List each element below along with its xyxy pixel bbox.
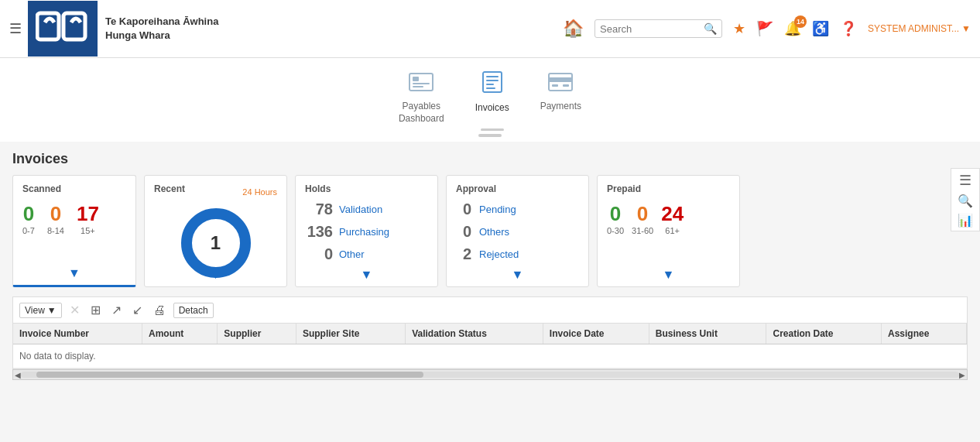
table-header: Invoice Number Amount Supplier Supplier … [13, 324, 967, 344]
help-icon[interactable]: ❓ [840, 20, 857, 37]
search-input[interactable] [600, 23, 701, 35]
holds-card: Holds 78 Validation 136 Purchasing 0 Oth… [295, 175, 438, 287]
approval-rows: 0 Pending 0 Others 2 Rejected [456, 200, 579, 263]
holds-validation-count: 78 [305, 200, 333, 218]
col-creation-date[interactable]: Creation Date [766, 324, 882, 344]
approval-pending-row: 0 Pending [456, 200, 579, 218]
col-amount[interactable]: Amount [142, 324, 217, 344]
accessibility-icon[interactable]: ♿ [812, 20, 829, 37]
holds-validation-row: 78 Validation [305, 200, 428, 218]
holds-other-count: 0 [305, 245, 333, 263]
logo-text: Te Kaporeihana Āwhina Hunga Whara [105, 15, 218, 43]
svg-rect-5 [413, 86, 423, 87]
notification-badge: 14 [794, 15, 807, 28]
scroll-track[interactable] [21, 372, 959, 378]
payments-icon [547, 70, 574, 98]
svg-rect-8 [486, 80, 499, 81]
sidebar-list-icon[interactable]: ☰ [959, 172, 971, 189]
col-business-unit[interactable]: Business Unit [649, 324, 766, 344]
table-body: No data to display. [13, 344, 967, 368]
tab-payables[interactable]: PayablesDashboard [399, 70, 444, 131]
scanned-8-14[interactable]: 0 8-14 [47, 202, 64, 235]
approval-pending-count: 0 [456, 200, 471, 218]
user-menu[interactable]: SYSTEM ADMINIST... ▼ [868, 23, 971, 34]
search-box[interactable]: 🔍 [595, 19, 722, 38]
logo-line1: Te Kaporeihana Āwhina [105, 15, 218, 29]
scroll-left-arrow[interactable]: ◀ [15, 371, 21, 379]
favorites-icon[interactable]: ★ [733, 20, 745, 37]
scroll-thumb[interactable] [36, 372, 423, 378]
export-button[interactable]: ↗ [108, 301, 125, 319]
approval-others-link[interactable]: Others [479, 226, 509, 238]
recent-card: Recent 24 Hours 1 ▼ [144, 175, 287, 287]
col-invoice-date[interactable]: Invoice Date [543, 324, 649, 344]
approval-pending-link[interactable]: Pending [479, 204, 516, 215]
holds-purchasing-count: 136 [305, 223, 333, 241]
print-button[interactable]: 🖨 [150, 302, 169, 319]
holds-other-link[interactable]: Other [339, 248, 365, 260]
tab-payments[interactable]: Payments [540, 70, 581, 131]
holds-expand-arrow[interactable]: ▼ [361, 268, 373, 282]
col-supplier-site[interactable]: Supplier Site [296, 324, 405, 344]
col-validation-status[interactable]: Validation Status [406, 324, 543, 344]
svg-rect-14 [563, 84, 569, 87]
hamburger-icon[interactable]: ☰ [9, 20, 22, 37]
col-invoice-number[interactable]: Invoice Number [13, 324, 142, 344]
flag-icon[interactable]: 🚩 [756, 20, 773, 37]
sidebar-search-icon[interactable]: 🔍 [958, 194, 973, 208]
cancel-button: ✕ [67, 301, 83, 319]
user-dropdown-icon: ▼ [961, 23, 971, 34]
col-assignee[interactable]: Assignee [881, 324, 966, 344]
invoices-table: Invoice Number Amount Supplier Supplier … [13, 324, 967, 368]
notifications-icon[interactable]: 🔔 14 [784, 20, 801, 37]
invoices-table-container: Invoice Number Amount Supplier Supplier … [12, 323, 968, 369]
tab-invoices[interactable]: Invoices [475, 70, 509, 131]
header-nav: 🏠 🔍 ★ 🚩 🔔 14 ♿ ❓ SYSTEM ADMINIST... ▼ [563, 19, 971, 39]
approval-expand-arrow[interactable]: ▼ [512, 268, 524, 282]
col-supplier[interactable]: Supplier [218, 324, 296, 344]
holds-purchasing-link[interactable]: Purchasing [339, 226, 389, 238]
holds-rows: 78 Validation 136 Purchasing 0 Other [305, 200, 428, 263]
search-icon[interactable]: 🔍 [704, 22, 717, 35]
approval-rejected-link[interactable]: Rejected [479, 248, 519, 260]
scanned-card: Scanned 0 0-7 0 8-14 17 15+ ▼ [12, 175, 136, 287]
prepaid-expand-arrow[interactable]: ▼ [663, 268, 675, 282]
no-data-row: No data to display. [13, 344, 967, 368]
holds-validation-link[interactable]: Validation [339, 204, 382, 215]
svg-rect-4 [413, 83, 430, 84]
invoices-icon [481, 70, 503, 99]
scanned-expand-arrow[interactable]: ▼ [68, 266, 81, 280]
scanned-15plus[interactable]: 17 15+ [77, 202, 99, 235]
scanned-numbers: 0 0-7 0 8-14 17 15+ [22, 202, 126, 235]
page-content: Invoices Scanned 0 0-7 0 8-14 17 15+ ▼ [0, 142, 980, 389]
cards-row: Scanned 0 0-7 0 8-14 17 15+ ▼ Recen [12, 175, 968, 287]
sidebar-chart-icon[interactable]: 📊 [958, 213, 973, 228]
svg-rect-10 [486, 87, 495, 89]
recent-expand-arrow[interactable]: ▼ [210, 268, 222, 282]
toolbar: View ▼ ✕ ⊞ ↗ ↙ 🖨 Detach [12, 296, 968, 323]
edit-columns-button[interactable]: ⊞ [87, 301, 104, 319]
prepaid-31-60[interactable]: 0 31-60 [632, 202, 653, 235]
svg-rect-12 [549, 77, 572, 82]
prepaid-numbers: 0 0-30 0 31-60 24 61+ [607, 202, 730, 235]
acc-logo [36, 7, 90, 51]
home-icon[interactable]: 🏠 [563, 19, 584, 39]
scanned-0-7[interactable]: 0 0-7 [22, 202, 35, 235]
import-button[interactable]: ↙ [129, 301, 146, 319]
approval-others-count: 0 [456, 223, 471, 241]
detach-button[interactable]: Detach [173, 303, 214, 318]
horizontal-scrollbar[interactable]: ◀ ▶ [12, 369, 968, 380]
header-row: Invoice Number Amount Supplier Supplier … [13, 324, 967, 344]
holds-purchasing-row: 136 Purchasing [305, 223, 428, 241]
svg-rect-13 [552, 84, 558, 87]
prepaid-61plus[interactable]: 24 61+ [661, 202, 684, 235]
svg-rect-3 [413, 77, 419, 81]
recent-hours-label[interactable]: 24 Hours [242, 187, 277, 197]
view-button[interactable]: View ▼ [19, 303, 62, 318]
approval-card-title: Approval [456, 183, 579, 194]
prepaid-0-30[interactable]: 0 0-30 [607, 202, 624, 235]
invoices-label: Invoices [475, 102, 509, 115]
payables-label: PayablesDashboard [399, 101, 444, 125]
svg-rect-7 [486, 76, 499, 77]
scroll-right-arrow[interactable]: ▶ [959, 371, 965, 379]
